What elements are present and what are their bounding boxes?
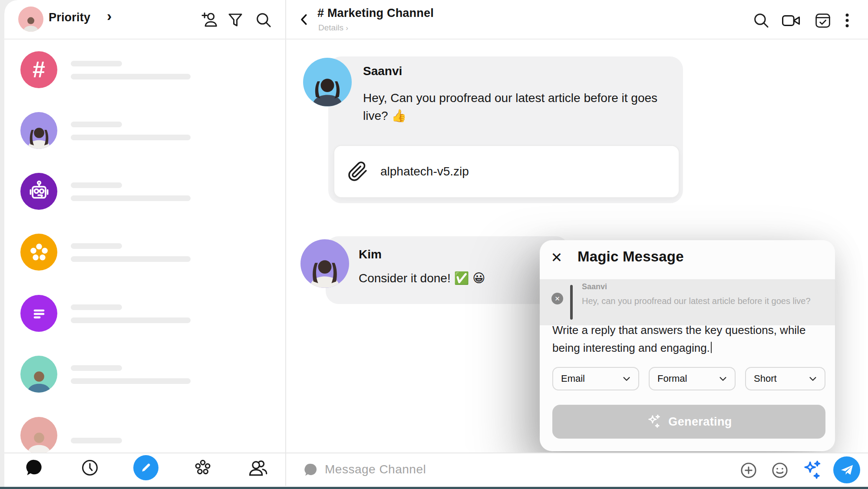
generate-button[interactable]: Generating	[552, 405, 825, 439]
plus-circle-icon	[739, 461, 758, 480]
video-call-button[interactable]	[781, 12, 801, 31]
close-button[interactable]: ✕	[548, 249, 565, 266]
chevron-right-icon: ›	[346, 24, 348, 32]
tone-dropdown[interactable]: Formal	[649, 367, 736, 390]
attachment-card[interactable]: alphatech-v5.zip	[333, 145, 680, 198]
quote-text: Hey, can you proofread our latest articl…	[582, 296, 811, 306]
list-lines-icon	[27, 301, 51, 326]
tasks-button[interactable]	[814, 11, 832, 31]
channel-details-link[interactable]: Details ›	[318, 23, 348, 33]
magic-message-modal: ✕ Magic Message ✕ Saanvi Hey, can you pr…	[540, 240, 835, 451]
chat-bubble-icon	[24, 458, 44, 478]
text-cursor	[711, 342, 712, 353]
dots-avatar	[20, 234, 57, 271]
person-avatar	[20, 417, 57, 454]
placeholder-title-bar	[71, 122, 122, 127]
check-square-icon	[814, 11, 832, 30]
contacts-tab[interactable]	[248, 457, 268, 480]
person-photo-icon	[25, 367, 53, 393]
placeholder-title-bar	[71, 438, 122, 443]
recents-tab[interactable]	[80, 458, 100, 479]
hash-icon: #	[33, 51, 45, 88]
window-gutter	[0, 0, 4, 487]
person-photo-icon	[21, 14, 40, 32]
person-avatar	[20, 112, 57, 149]
chevron-down-icon	[808, 374, 818, 383]
length-dropdown[interactable]: Short	[745, 367, 825, 390]
chevron-down-icon	[622, 374, 631, 383]
attach-button[interactable]	[739, 461, 758, 482]
window-corner	[4, 0, 17, 13]
add-contact-button[interactable]	[201, 11, 219, 31]
robot-icon	[27, 179, 51, 204]
close-icon: ✕	[551, 249, 563, 266]
header-divider	[4, 39, 868, 40]
paperclip-icon	[347, 161, 368, 182]
person-photo-icon	[25, 124, 53, 149]
message-author: Saanvi	[363, 64, 402, 78]
message-avatar[interactable]	[303, 58, 352, 106]
close-icon: ✕	[554, 295, 560, 303]
bot-avatar	[20, 173, 57, 210]
back-button[interactable]	[297, 12, 312, 29]
chevron-left-icon	[297, 12, 312, 27]
placeholder-preview-bar	[71, 378, 191, 384]
placeholder-preview-bar	[71, 74, 191, 79]
composer-placeholder[interactable]: Message Channel	[325, 463, 426, 476]
prompt-input[interactable]: Write a reply that answers the key quest…	[552, 321, 834, 357]
lines-avatar	[20, 295, 57, 332]
attachment-filename: alphatech-v5.zip	[380, 165, 469, 178]
window-bottom-edge	[0, 487, 868, 489]
message-avatar[interactable]	[300, 239, 349, 288]
sparkles-icon	[801, 459, 823, 481]
prompt-text: Write a reply that answers the key quest…	[552, 324, 805, 354]
quote-author: Saanvi	[582, 282, 607, 291]
apps-dots-icon	[193, 458, 213, 478]
paper-plane-icon	[839, 463, 854, 477]
composer[interactable]	[303, 462, 319, 479]
flower-dots-icon	[27, 240, 51, 264]
channel-title: # Marketing Channel	[317, 7, 434, 20]
app-window: Priority › #	[0, 0, 868, 489]
compose-button[interactable]	[133, 455, 158, 480]
filter-funnel-icon	[226, 11, 244, 29]
placeholder-title-bar	[71, 182, 122, 188]
message-author: Kim	[359, 248, 382, 261]
search-icon	[254, 11, 273, 29]
person-avatar	[20, 356, 57, 393]
dropdown-value: Short	[754, 373, 777, 384]
placeholder-title-bar	[71, 61, 122, 66]
quoted-message: ✕ Saanvi Hey, can you proofread our late…	[540, 279, 835, 325]
smiley-icon	[770, 461, 789, 480]
sidebar-search-button[interactable]	[254, 11, 273, 31]
sparkles-icon	[646, 413, 662, 430]
placeholder-preview-bar	[71, 317, 191, 323]
workspace-name[interactable]: Priority	[49, 11, 90, 24]
quote-bar	[570, 285, 573, 320]
placeholder-preview-bar	[71, 256, 191, 262]
remove-quote-button[interactable]: ✕	[551, 293, 563, 304]
bottom-bar: Message Channel	[4, 453, 868, 487]
sidebar-divider	[285, 0, 286, 486]
dropdown-value: Email	[561, 373, 585, 384]
filter-button[interactable]	[226, 11, 244, 31]
search-icon	[752, 11, 770, 30]
emoji-button[interactable]	[770, 461, 789, 482]
more-options-button[interactable]	[842, 11, 853, 31]
apps-tab[interactable]	[193, 458, 213, 479]
details-label: Details	[318, 23, 343, 32]
magic-message-button[interactable]	[801, 459, 823, 483]
placeholder-title-bar	[71, 365, 122, 371]
modal-title: Magic Message	[578, 248, 684, 265]
workspace-avatar[interactable]	[18, 7, 43, 32]
chat-search-button[interactable]	[752, 11, 770, 31]
chat-bubble-icon	[303, 462, 319, 478]
chevron-right-icon[interactable]: ›	[107, 7, 112, 24]
placeholder-preview-bar	[71, 135, 191, 140]
send-button[interactable]	[833, 456, 860, 483]
placeholder-title-bar	[71, 304, 122, 310]
format-dropdown[interactable]: Email	[552, 367, 639, 390]
dropdown-value: Formal	[657, 373, 687, 384]
message-text: Hey, Can you proofread our latest articl…	[363, 89, 673, 125]
chats-tab[interactable]	[24, 458, 44, 479]
